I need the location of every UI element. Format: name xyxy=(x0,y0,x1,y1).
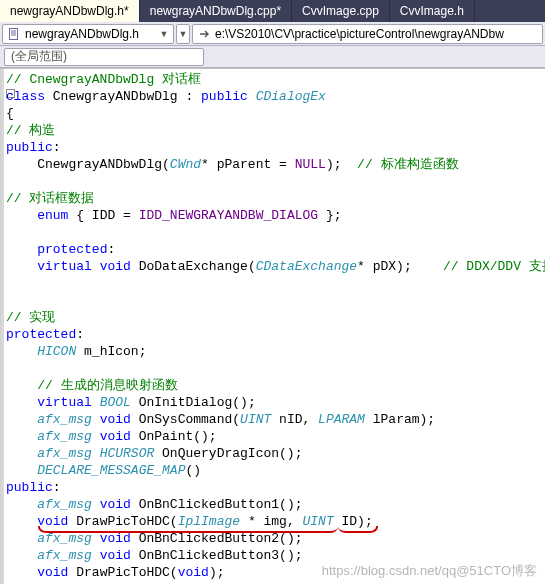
code-area[interactable]: // CnewgrayANDbwDlg 对话框class CnewgrayAND… xyxy=(1,69,545,584)
file-combo-text: newgrayANDbwDlg.h xyxy=(25,27,159,41)
code-line xyxy=(6,224,545,241)
scope-combo[interactable]: (全局范围) xyxy=(4,48,204,66)
code-line xyxy=(6,275,545,292)
code-line: class CnewgrayANDbwDlg : public CDialogE… xyxy=(6,88,545,105)
code-line: afx_msg void OnBnClickedButton1(); xyxy=(6,496,545,513)
code-line: // 构造 xyxy=(6,122,545,139)
code-line xyxy=(6,173,545,190)
tab-cvvimage-h[interactable]: CvvImage.h xyxy=(390,0,475,22)
code-line: public: xyxy=(6,139,545,156)
tab-cvvimage-cpp[interactable]: CvvImage.cpp xyxy=(292,0,390,22)
navigation-bar: newgrayANDbwDlg.h ▼ ▼ e:\VS2010\CV\pract… xyxy=(0,22,545,46)
code-line: virtual BOOL OnInitDialog(); xyxy=(6,394,545,411)
highlight-underline xyxy=(338,526,378,533)
svg-rect-0 xyxy=(10,28,18,39)
code-line: // 对话框数据 xyxy=(6,190,545,207)
code-line: public: xyxy=(6,479,545,496)
code-line: // 生成的消息映射函数 xyxy=(6,377,545,394)
code-line: CnewgrayANDbwDlg(CWnd* pParent = NULL); … xyxy=(6,156,545,173)
scope-bar: (全局范围) xyxy=(0,46,545,68)
path-combo[interactable]: e:\VS2010\CV\practice\pictureControl\new… xyxy=(192,24,543,44)
file-combo[interactable]: newgrayANDbwDlg.h ▼ xyxy=(2,24,174,44)
code-line: protected: xyxy=(6,241,545,258)
code-editor[interactable]: − // CnewgrayANDbwDlg 对话框class CnewgrayA… xyxy=(0,68,545,584)
code-line: void DrawPicToHDC(void); xyxy=(6,564,545,581)
code-line: virtual void DoDataExchange(CDataExchang… xyxy=(6,258,545,275)
code-line: afx_msg void OnSysCommand(UINT nID, LPAR… xyxy=(6,411,545,428)
code-line: // CnewgrayANDbwDlg 对话框 xyxy=(6,71,545,88)
code-line: afx_msg HCURSOR OnQueryDragIcon(); xyxy=(6,445,545,462)
code-line: afx_msg void OnBnClickedButton3(); xyxy=(6,547,545,564)
path-combo-text: e:\VS2010\CV\practice\pictureControl\new… xyxy=(215,27,538,41)
code-line xyxy=(6,360,545,377)
code-line: protected: xyxy=(6,326,545,343)
code-line: afx_msg void OnPaint(); xyxy=(6,428,545,445)
split-dropdown[interactable]: ▼ xyxy=(176,24,190,44)
tab-newgrayandbwdlg-cpp-[interactable]: newgrayANDbwDlg.cpp* xyxy=(140,0,292,22)
tab-bar: newgrayANDbwDlg.h*newgrayANDbwDlg.cpp*Cv… xyxy=(0,0,545,22)
scope-label: (全局范围) xyxy=(11,48,67,65)
code-line: enum { IDD = IDD_NEWGRAYANDBW_DIALOG }; xyxy=(6,207,545,224)
code-line: HICON m_hIcon; xyxy=(6,343,545,360)
code-line: { xyxy=(6,105,545,122)
code-line: // 实现 xyxy=(6,309,545,326)
code-line xyxy=(6,292,545,309)
chevron-down-icon: ▼ xyxy=(178,29,188,39)
tab-newgrayandbwdlg-h-[interactable]: newgrayANDbwDlg.h* xyxy=(0,0,140,22)
highlight-underline xyxy=(38,526,338,533)
code-line: DECLARE_MESSAGE_MAP() xyxy=(6,462,545,479)
chevron-down-icon: ▼ xyxy=(159,29,169,39)
